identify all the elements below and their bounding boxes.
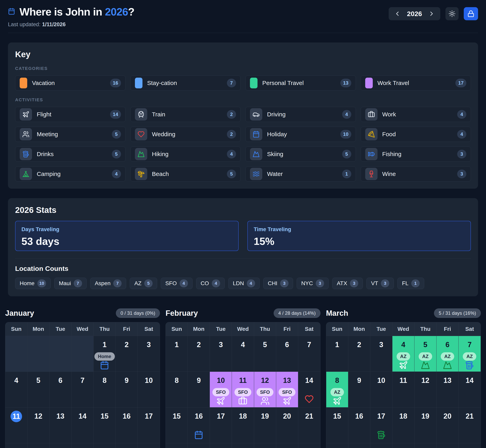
month: February 4 / 28 days (14%) SunMonTueWedT…	[165, 307, 320, 448]
weekday-label: Sun	[5, 322, 27, 336]
activity-count: 5	[227, 170, 236, 178]
beer-icon	[377, 430, 386, 440]
calendar-day: 26	[414, 443, 437, 448]
category-item: Stay-cation 7	[130, 75, 241, 91]
calendar-day: 1	[326, 336, 348, 372]
activity-item: Driving 4	[245, 107, 356, 122]
day-number: 23	[355, 446, 363, 448]
activity-item: Flight 14	[15, 107, 126, 122]
location-count: 4	[247, 280, 255, 287]
weekday-label: Mon	[27, 322, 49, 336]
calendar-icon	[194, 430, 203, 440]
day-number: 16	[195, 411, 203, 422]
calendar-day: 5AZ	[414, 336, 437, 372]
calendar-day: 3	[210, 336, 232, 372]
activity-count: 10	[340, 130, 351, 139]
activity-label: Driving	[267, 111, 337, 118]
location-tag: AZ	[330, 388, 344, 396]
weekday-label: Fri	[116, 322, 138, 336]
calendar-day: 22	[166, 443, 188, 448]
stats-title: 2026 Stats	[15, 205, 471, 215]
weekday-label: Sun	[166, 322, 188, 336]
plane-icon	[333, 396, 342, 406]
pizza-icon	[365, 128, 378, 140]
location-tag: SFO	[212, 388, 229, 396]
waves-icon	[250, 168, 262, 180]
day-number: 1	[335, 339, 339, 350]
category-label: Personal Travel	[262, 80, 336, 86]
weekday-label: Mon	[188, 322, 210, 336]
calendar-months: January 0 / 31 days (0%) SunMonTueWedThu…	[5, 307, 481, 448]
calendar-day: 28	[298, 443, 320, 448]
beer-icon	[20, 148, 32, 160]
location-label: Home	[20, 280, 35, 287]
weekday-label: Thu	[254, 322, 276, 336]
day-cells: 12345678910SFO11SFO12SFO13SFO14151617181…	[166, 336, 320, 448]
tent-icon	[20, 168, 32, 180]
activity-label: Wedding	[152, 131, 222, 138]
day-number: 2	[357, 339, 361, 350]
stat-value: 15%	[254, 235, 465, 247]
location-pill: VT 3	[366, 278, 394, 289]
day-number: 18	[399, 411, 407, 422]
day-number: 20	[444, 411, 451, 422]
day-number: 19	[421, 411, 429, 422]
day-number: 15	[173, 411, 181, 422]
location-count: 4	[212, 280, 220, 287]
activity-item: Work 4	[361, 107, 471, 122]
location-label: Maui	[59, 280, 71, 287]
activity-label: Wine	[382, 171, 453, 177]
day-number: 27	[283, 446, 291, 448]
day-number: 14	[79, 411, 86, 422]
calendar-day: 21	[72, 443, 94, 448]
next-year-button[interactable]	[428, 10, 435, 17]
location-tag: SFO	[279, 388, 295, 396]
activity-label: Food	[382, 131, 453, 138]
location-tag: AZ	[419, 352, 432, 361]
day-number: 19	[261, 411, 269, 422]
day-number: 8	[335, 375, 339, 386]
weekday-label: Thu	[414, 322, 437, 336]
day-number: 8	[103, 375, 106, 386]
day-number: 21	[305, 411, 313, 422]
activity-item: Hiking 4	[130, 147, 241, 162]
calendar-day: 23	[116, 443, 138, 448]
calendar-day: 10SFO	[210, 372, 232, 408]
day-number: 18	[12, 446, 20, 448]
activity-item: Wedding 2	[130, 127, 241, 142]
day-number: 17	[217, 411, 225, 422]
calendar-day: 18	[232, 408, 254, 443]
lock-button[interactable]	[464, 7, 478, 20]
weekday-label: Wed	[72, 322, 94, 336]
calendar-day: 20	[276, 408, 298, 443]
location-count: 1	[411, 280, 420, 287]
location-counts-section: Location Counts Home 10 Maui 7 Aspen 7 A…	[15, 259, 471, 289]
day-number: 17	[377, 411, 385, 422]
day-number: 5	[36, 375, 40, 386]
location-tag: AZ	[397, 352, 410, 361]
activity-count: 2	[227, 110, 236, 119]
location-pill: CHI 3	[263, 278, 293, 289]
day-number: 21	[79, 446, 86, 448]
location-tag: Home	[94, 352, 115, 361]
calendar-day: 3	[138, 336, 160, 372]
day-number: 5	[263, 339, 267, 350]
calendar-day: 21	[459, 408, 481, 443]
location-pill: Home 10	[15, 278, 51, 289]
plane-icon	[283, 396, 292, 406]
calendar-day: 27	[276, 443, 298, 448]
mountain-icon	[443, 361, 452, 370]
category-count: 16	[110, 79, 121, 87]
calendar-day: 12SFO	[254, 372, 276, 408]
month-header: February 4 / 28 days (14%)	[165, 307, 320, 319]
day-number: 16	[355, 411, 363, 422]
calendar-day: 5	[254, 336, 276, 372]
prev-year-button[interactable]	[394, 10, 401, 17]
calendar-day: 4AZ	[392, 336, 414, 372]
stat-card-days-traveling: Days Traveling 53 days	[15, 221, 239, 251]
day-number: 12	[261, 375, 269, 386]
activity-item: Camping 4	[15, 166, 126, 182]
theme-toggle-button[interactable]	[446, 7, 459, 20]
activity-label: Work	[382, 111, 453, 118]
day-number: 7	[468, 339, 471, 350]
